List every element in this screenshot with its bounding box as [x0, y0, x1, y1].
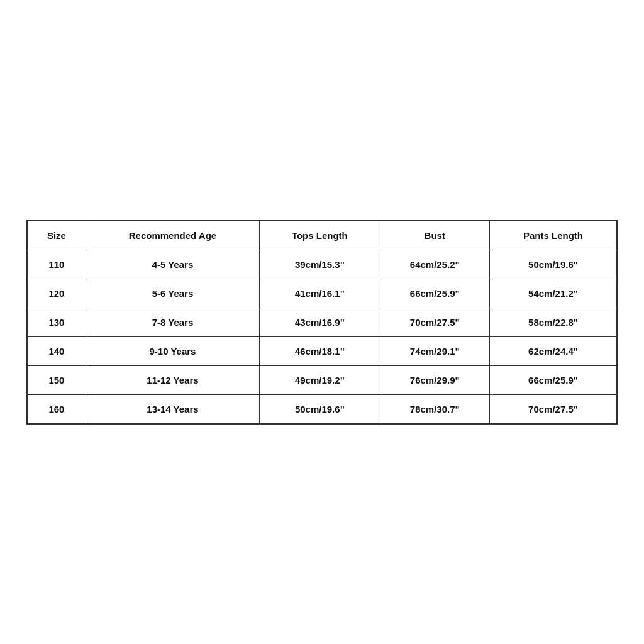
- cell-5-2: 50cm/19.6": [260, 394, 380, 424]
- cell-5-0: 160: [27, 394, 86, 424]
- cell-4-2: 49cm/19.2": [260, 365, 380, 394]
- cell-3-3: 74cm/29.1": [380, 336, 489, 365]
- column-header-0: Size: [27, 221, 86, 250]
- cell-0-1: 4-5 Years: [86, 250, 259, 279]
- column-header-2: Tops Length: [260, 221, 380, 250]
- size-chart-table: SizeRecommended AgeTops LengthBustPants …: [26, 220, 618, 425]
- cell-5-1: 13-14 Years: [86, 394, 259, 424]
- table-row: 16013-14 Years50cm/19.6"78cm/30.7"70cm/2…: [27, 394, 617, 424]
- cell-2-1: 7-8 Years: [86, 308, 259, 336]
- cell-3-1: 9-10 Years: [86, 336, 259, 365]
- cell-0-3: 64cm/25.2": [380, 250, 489, 279]
- cell-5-4: 70cm/27.5": [489, 394, 617, 424]
- table-row: 1307-8 Years43cm/16.9"70cm/27.5"58cm/22.…: [27, 308, 617, 336]
- cell-1-2: 41cm/16.1": [260, 279, 380, 308]
- cell-2-4: 58cm/22.8": [489, 308, 617, 336]
- cell-2-0: 130: [27, 308, 86, 336]
- cell-0-2: 39cm/15.3": [260, 250, 380, 279]
- cell-4-3: 76cm/29.9": [380, 365, 489, 394]
- cell-1-0: 120: [27, 279, 86, 308]
- table-body: 1104-5 Years39cm/15.3"64cm/25.2"50cm/19.…: [27, 250, 617, 424]
- column-header-3: Bust: [380, 221, 489, 250]
- cell-0-4: 50cm/19.6": [489, 250, 617, 279]
- column-header-4: Pants Length: [489, 221, 617, 250]
- table-row: 1104-5 Years39cm/15.3"64cm/25.2"50cm/19.…: [27, 250, 617, 279]
- cell-4-1: 11-12 Years: [86, 365, 259, 394]
- cell-1-4: 54cm/21.2": [489, 279, 617, 308]
- table-row: 15011-12 Years49cm/19.2"76cm/29.9"66cm/2…: [27, 365, 617, 394]
- cell-5-3: 78cm/30.7": [380, 394, 489, 424]
- cell-2-2: 43cm/16.9": [260, 308, 380, 336]
- cell-4-4: 66cm/25.9": [489, 365, 617, 394]
- cell-3-0: 140: [27, 336, 86, 365]
- cell-1-1: 5-6 Years: [86, 279, 259, 308]
- cell-2-3: 70cm/27.5": [380, 308, 489, 336]
- cell-4-0: 150: [27, 365, 86, 394]
- table-header: SizeRecommended AgeTops LengthBustPants …: [27, 221, 617, 250]
- column-header-1: Recommended Age: [86, 221, 259, 250]
- cell-3-2: 46cm/18.1": [260, 336, 380, 365]
- size-chart-container: SizeRecommended AgeTops LengthBustPants …: [26, 220, 618, 425]
- cell-1-3: 66cm/25.9": [380, 279, 489, 308]
- table-row: 1205-6 Years41cm/16.1"66cm/25.9"54cm/21.…: [27, 279, 617, 308]
- cell-3-4: 62cm/24.4": [489, 336, 617, 365]
- cell-0-0: 110: [27, 250, 86, 279]
- header-row: SizeRecommended AgeTops LengthBustPants …: [27, 221, 617, 250]
- table-row: 1409-10 Years46cm/18.1"74cm/29.1"62cm/24…: [27, 336, 617, 365]
